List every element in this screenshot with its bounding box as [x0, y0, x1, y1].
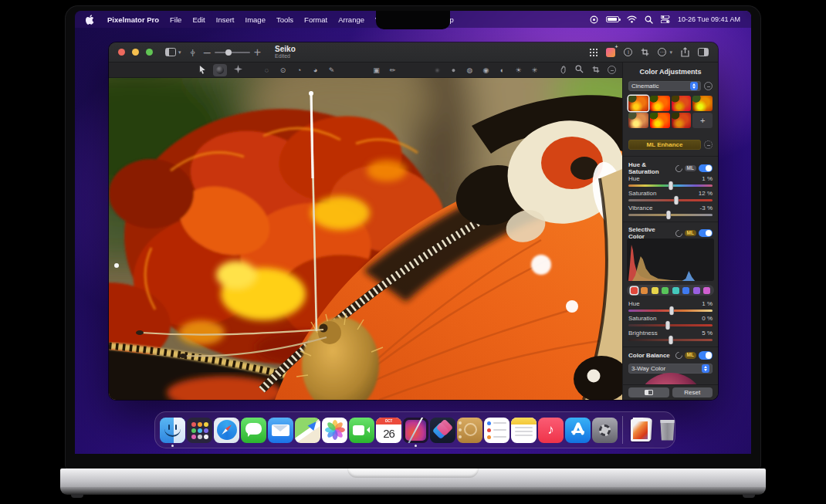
dock-icon-shortcuts[interactable] [430, 418, 455, 443]
select-tool[interactable]: ◌ [262, 66, 272, 74]
swatch-teal[interactable] [672, 287, 679, 294]
swatch-magenta[interactable] [703, 287, 710, 294]
slider-thumb[interactable] [669, 181, 672, 190]
smudge-tool[interactable]: ● [449, 66, 459, 74]
sidebar-toggle-icon[interactable] [165, 48, 176, 56]
zoom-in-icon[interactable]: + [254, 46, 261, 59]
dock-icon-contacts[interactable] [457, 418, 482, 443]
dock-icon-music[interactable]: ♪ [538, 418, 564, 443]
close-button[interactable] [118, 49, 125, 56]
preset-thumb[interactable] [672, 96, 692, 111]
pen-tool[interactable]: ✎ [327, 66, 337, 74]
reset-button[interactable]: Reset [672, 387, 713, 397]
menu-edit[interactable]: Edit [187, 15, 210, 24]
pencil-tool[interactable]: ✏ [388, 66, 398, 74]
slider-thumb[interactable] [669, 336, 672, 344]
dock-icon-reminders[interactable] [484, 418, 509, 443]
zoom-knob[interactable] [225, 49, 232, 56]
clone-tool[interactable]: ◔ [294, 66, 304, 74]
hand-tool[interactable] [558, 65, 568, 76]
contrast-tool[interactable]: ◐ [497, 66, 507, 74]
reset-circle-icon[interactable] [674, 164, 684, 174]
dock-icon-messages[interactable] [241, 418, 266, 443]
preset-thumb[interactable] [650, 96, 670, 111]
dock-icon-photos[interactable] [322, 418, 347, 443]
quick-select-tool[interactable]: ⊙ [278, 66, 288, 74]
paint-tool[interactable]: ◕ [310, 66, 320, 74]
dock-icon-trash[interactable] [655, 418, 680, 443]
photo-canvas[interactable] [109, 78, 622, 400]
crop-icon[interactable] [641, 48, 649, 56]
compare-view-button[interactable] [628, 387, 669, 397]
hue-saturation-toggle[interactable] [699, 164, 713, 173]
dock-icon-mail[interactable] [268, 418, 293, 443]
hue-slider[interactable] [628, 184, 713, 187]
slider-thumb[interactable] [666, 321, 670, 330]
sharpen-tool[interactable]: ✳ [530, 66, 540, 74]
dock-icon-document[interactable] [628, 418, 653, 443]
dock-icon-app-store[interactable] [565, 418, 591, 443]
swatch-green[interactable] [662, 287, 669, 294]
ml-enhance-reset-icon[interactable] [704, 140, 713, 149]
preset-dropdown[interactable]: Cinematic [628, 81, 701, 91]
dock-icon-launchpad[interactable] [187, 418, 212, 443]
dock-icon-system-preferences[interactable] [592, 418, 618, 443]
chevron-down-icon[interactable]: ▾ [178, 49, 181, 56]
fill-tool[interactable]: ▣ [371, 66, 381, 74]
color-balance-toggle[interactable] [699, 351, 713, 360]
zoom-track[interactable] [215, 52, 250, 53]
burn-tool[interactable]: ◉ [481, 66, 491, 74]
dock-icon-notes[interactable] [511, 418, 537, 443]
panel-toggle-icon[interactable] [698, 48, 709, 56]
dock-icon-finder[interactable] [160, 418, 185, 443]
ml-badge[interactable]: ML [685, 352, 696, 359]
swatch-purple[interactable] [693, 287, 700, 294]
ml-enhance-button[interactable]: ML Enhance [628, 140, 701, 150]
menu-image[interactable]: Image [240, 15, 271, 24]
selective-brightness-slider[interactable] [628, 339, 713, 341]
more-icon[interactable]: ⋯ [658, 48, 666, 56]
slider-thumb[interactable] [669, 306, 673, 315]
swatch-yellow[interactable] [652, 287, 658, 294]
dock-icon-maps[interactable] [295, 418, 320, 443]
menu-file[interactable]: File [164, 15, 187, 24]
swatch-red[interactable] [631, 287, 638, 294]
preset-thumb[interactable] [628, 96, 648, 111]
swatch-blue[interactable] [682, 287, 689, 294]
vibrance-slider[interactable] [628, 214, 713, 216]
apple-menu-icon[interactable] [86, 15, 94, 25]
dock-icon-pixelmator-pro[interactable] [403, 418, 428, 443]
remove-adjustment-icon[interactable] [608, 66, 616, 74]
minimize-button[interactable] [132, 49, 139, 56]
menu-insert[interactable]: Insert [211, 15, 240, 24]
zoom-slider[interactable]: – + [204, 46, 261, 59]
crop-tool[interactable] [591, 66, 601, 75]
effects-icon[interactable] [606, 48, 615, 57]
dodge-tool[interactable]: ◍ [465, 66, 475, 74]
selective-saturation-slider[interactable] [628, 324, 713, 326]
color-adjustments-tool[interactable] [213, 64, 227, 76]
selective-hue-slider[interactable] [628, 310, 713, 312]
swatch-orange[interactable] [641, 287, 648, 294]
remove-preset-icon[interactable] [704, 82, 713, 90]
lighten-tool[interactable]: ☀ [513, 66, 523, 74]
wifi-icon[interactable] [627, 15, 637, 23]
menu-app-name[interactable]: Pixelmator Pro [102, 15, 164, 24]
more-chevron-icon[interactable]: ▾ [669, 49, 672, 56]
move-tool[interactable] [197, 65, 207, 76]
zoom-tool[interactable] [574, 65, 584, 75]
ml-badge[interactable]: ML [685, 165, 696, 172]
compare-icon[interactable]: ‹|› [191, 49, 195, 56]
control-center-icon[interactable] [661, 15, 670, 23]
menu-format[interactable]: Format [299, 15, 333, 24]
slider-thumb[interactable] [675, 196, 679, 205]
menu-clock[interactable]: 10-26 Tue 09:41 AM [678, 15, 740, 23]
search-icon[interactable] [645, 15, 653, 24]
effects-tool[interactable] [233, 65, 243, 75]
tools-grid-icon[interactable] [589, 48, 597, 56]
share-icon[interactable] [681, 47, 689, 57]
saturation-slider[interactable] [628, 199, 713, 201]
reset-circle-icon[interactable] [674, 228, 684, 238]
reset-circle-icon[interactable] [674, 350, 684, 360]
info-icon[interactable]: i [624, 48, 632, 56]
